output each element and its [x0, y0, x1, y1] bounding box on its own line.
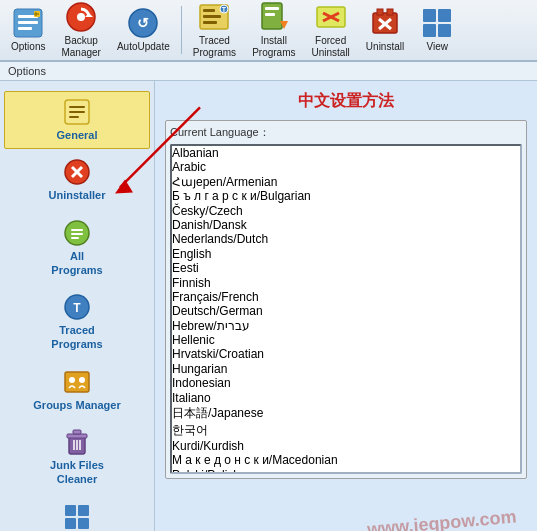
- junk-label: Junk FilesCleaner: [50, 458, 104, 487]
- svg-rect-42: [71, 229, 83, 231]
- all-programs-label: AllPrograms: [51, 249, 102, 278]
- options-icon: [12, 7, 44, 39]
- uninstaller-label: Uninstaller: [49, 188, 106, 202]
- traced-sidebar-icon: T: [63, 293, 91, 321]
- svg-rect-33: [438, 24, 451, 37]
- autoupdate-icon: ↺: [127, 7, 159, 39]
- view-sidebar-icon: [63, 503, 91, 531]
- svg-text:↺: ↺: [137, 15, 149, 31]
- svg-rect-56: [65, 505, 76, 516]
- svg-rect-2: [18, 21, 38, 24]
- svg-point-9: [77, 13, 85, 21]
- svg-text:T: T: [222, 6, 227, 13]
- uninstall-label: Uninstall: [366, 41, 404, 53]
- svg-rect-35: [69, 106, 85, 108]
- svg-rect-19: [265, 7, 279, 10]
- watermark: www.iegpow.com: [367, 506, 518, 531]
- svg-point-49: [79, 377, 85, 383]
- language-list-wrapper: AlbanianArabicՀայерen/ArmenianБ ъ л г а …: [170, 144, 522, 474]
- svg-rect-58: [65, 518, 76, 529]
- view-icon: [421, 7, 453, 39]
- language-group: Current Language： AlbanianArabicՀայерen/…: [165, 120, 527, 479]
- install-icon: [258, 1, 290, 33]
- traced-programs-button[interactable]: T TracedPrograms: [186, 3, 243, 57]
- svg-rect-47: [65, 372, 89, 392]
- svg-rect-3: [18, 27, 32, 30]
- watermark-text: www.iegpow.com: [367, 506, 518, 531]
- view-button[interactable]: View: [413, 3, 461, 57]
- svg-rect-28: [377, 9, 383, 15]
- traced-label: TracedPrograms: [193, 35, 236, 59]
- sidebar-item-all-programs[interactable]: AllPrograms: [4, 212, 150, 285]
- general-label: General: [57, 128, 98, 142]
- dialog-title: 中文设置方法: [165, 91, 527, 112]
- content-pane: 中文设置方法 Current Language： AlbanianArabicՀ…: [155, 81, 537, 531]
- groups-icon: [63, 368, 91, 396]
- forced-icon: [315, 1, 347, 33]
- uninstall-button[interactable]: Uninstall: [359, 3, 411, 57]
- breadcrumb-text: Options: [8, 65, 46, 77]
- svg-text:T: T: [73, 301, 81, 315]
- sidebar-item-junk[interactable]: Junk FilesCleaner: [4, 421, 150, 494]
- install-programs-button[interactable]: InstallPrograms: [245, 3, 302, 57]
- sidebar-item-groups[interactable]: Groups Manager: [4, 361, 150, 419]
- svg-rect-43: [71, 233, 83, 235]
- svg-rect-30: [423, 9, 436, 22]
- dialog-area: General Uninstaller: [0, 81, 537, 531]
- uninstall-icon: [369, 7, 401, 39]
- autoupdate-label: AutoUpdate: [117, 41, 170, 53]
- general-icon: [63, 98, 91, 126]
- svg-rect-14: [203, 15, 221, 18]
- svg-rect-59: [78, 518, 89, 529]
- traced-sidebar-label: TracedPrograms: [51, 323, 102, 352]
- svg-rect-13: [203, 9, 215, 12]
- backup-manager-button[interactable]: BackupManager: [54, 3, 107, 57]
- svg-rect-36: [69, 111, 85, 113]
- toolbar: Options BackupManager ↺ AutoUpdate: [0, 0, 537, 62]
- sidebar-item-view[interactable]: View: [4, 496, 150, 531]
- backup-label: BackupManager: [61, 35, 100, 59]
- svg-rect-31: [438, 9, 451, 22]
- svg-rect-57: [78, 505, 89, 516]
- toolbar-separator-1: [181, 6, 182, 54]
- groups-label: Groups Manager: [33, 398, 120, 412]
- traced-icon: T: [198, 1, 230, 33]
- options-button[interactable]: Options: [4, 3, 52, 57]
- language-group-label: Current Language：: [170, 125, 522, 140]
- main-area: Options General: [0, 62, 537, 531]
- all-programs-icon: [63, 219, 91, 247]
- forced-label: ForcedUninstall: [311, 35, 349, 59]
- backup-icon: [65, 1, 97, 33]
- svg-point-48: [69, 377, 75, 383]
- breadcrumb: Options: [0, 62, 537, 81]
- sidebar-item-traced[interactable]: T TracedPrograms: [4, 286, 150, 359]
- options-label: Options: [11, 41, 45, 53]
- autoupdate-button[interactable]: ↺ AutoUpdate: [110, 3, 177, 57]
- sidebar-item-uninstaller[interactable]: Uninstaller: [4, 151, 150, 209]
- svg-rect-32: [423, 24, 436, 37]
- install-label: InstallPrograms: [252, 35, 295, 59]
- uninstaller-sidebar-icon: [63, 158, 91, 186]
- svg-rect-51: [67, 434, 87, 438]
- view-label: View: [426, 41, 448, 53]
- svg-rect-52: [73, 430, 81, 434]
- svg-rect-15: [203, 21, 217, 24]
- forced-uninstall-button[interactable]: ForcedUninstall: [304, 3, 356, 57]
- junk-icon: [63, 428, 91, 456]
- svg-rect-29: [387, 9, 393, 15]
- sidebar: General Uninstaller: [0, 81, 155, 531]
- svg-rect-20: [265, 13, 275, 16]
- sidebar-item-general[interactable]: General: [4, 91, 150, 149]
- svg-rect-37: [69, 116, 79, 118]
- language-listbox[interactable]: AlbanianArabicՀայерen/ArmenianБ ъ л г а …: [170, 144, 522, 474]
- svg-rect-44: [71, 237, 79, 239]
